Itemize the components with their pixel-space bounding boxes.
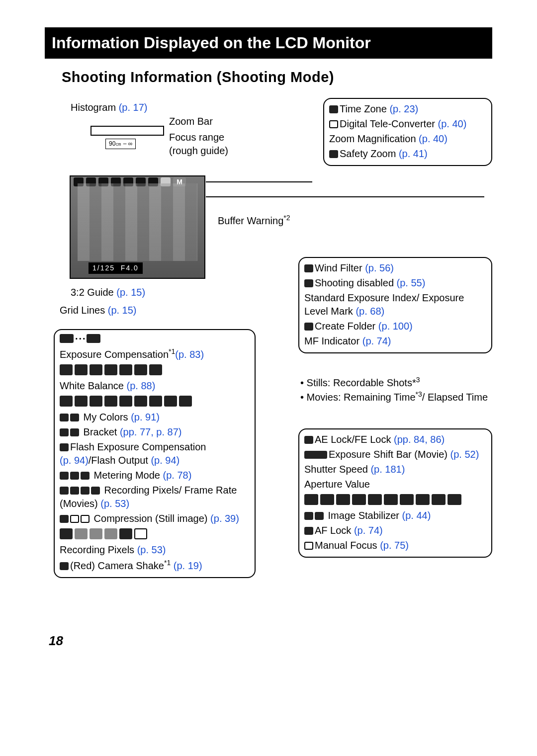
callout-box-mid-right: Wind Filter (p. 56) Shooting disabled (p…	[298, 257, 492, 353]
callout-box-low-right: AE Lock/FE Lock (pp. 84, 86) Exposure Sh…	[298, 428, 492, 558]
create-folder-icon	[304, 323, 313, 331]
my-colors-icons	[60, 396, 250, 409]
mf-icon	[304, 542, 313, 550]
callout-box-left: ··· Exposure Compensation*1(p. 83) White…	[54, 329, 256, 578]
recording-pixels-icons	[60, 528, 250, 542]
wind-filter-icon	[304, 264, 313, 272]
page-subtitle: Shooting Information (Shooting Mode)	[62, 68, 492, 87]
is-icon-b	[315, 512, 324, 520]
exposure-shift-icon	[304, 451, 327, 459]
is-icon-a	[304, 512, 313, 520]
lcd-preview-icon: M 1/125 F4.0	[70, 175, 205, 279]
flash-exp-icon	[60, 443, 69, 451]
bullets-recordable: • Stills: Recordable Shots*3 • Movies: R…	[300, 375, 492, 404]
af-lock-icon	[304, 527, 313, 535]
camera-shake-icon	[60, 562, 69, 570]
white-balance-icons	[60, 364, 250, 378]
focus-range-value: 90㎝ – ∞	[105, 139, 136, 149]
label-zoom-bar: Zoom Bar	[169, 115, 213, 128]
shooting-disabled-icon	[304, 279, 313, 287]
lcd-exposure-readout: 1/125 F4.0	[89, 262, 143, 274]
safety-zoom-icon	[329, 150, 338, 158]
bracket-icon-a	[60, 428, 69, 436]
label-histogram: Histogram (p. 17)	[71, 101, 148, 114]
bracket-icon-b	[70, 428, 79, 436]
callout-box-top-right: Time Zone (p. 23) Digital Tele-Converter…	[323, 98, 492, 166]
stabilizer-icons-row	[304, 494, 486, 507]
page-title: Information Displayed on the LCD Monitor	[45, 27, 492, 59]
page-number: 18	[49, 632, 63, 650]
label-grid-lines: Grid Lines (p. 15)	[60, 304, 137, 317]
diagram: Histogram (p. 17) Zoom Bar Focus range (…	[54, 98, 492, 645]
exp-comp-dots: ···	[75, 333, 87, 344]
label-focus-range: Focus range (rough guide)	[169, 131, 259, 158]
time-zone-icon	[329, 105, 338, 113]
label-32-guide: 3:2 Guide (p. 15)	[71, 286, 145, 299]
ae-lock-icon	[304, 436, 313, 444]
tele-converter-icon	[329, 120, 338, 128]
zoom-bar-icon	[90, 126, 164, 136]
label-buffer-warning: Buffer Warning*2	[218, 213, 290, 228]
